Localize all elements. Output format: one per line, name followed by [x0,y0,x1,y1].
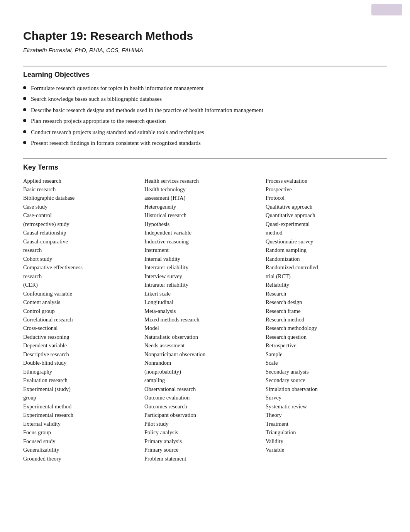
bullet-icon [23,108,26,111]
term-item: Causal relationship [23,228,138,237]
term-item: Cross-sectional [23,324,138,332]
term-item: Historical research [144,211,259,219]
term-item: Ethnography [23,367,138,376]
objective-text: Present research findings in formats con… [31,139,201,148]
term-item: Quasi-experimental [266,220,381,228]
term-item: Comparative effectiveness [23,263,138,272]
term-item: Basic research [23,185,138,194]
objective-item: Describe basic research designs and meth… [23,106,387,115]
term-item: Sample [266,350,381,359]
term-item: Causal-comparative [23,237,138,246]
term-item: Generalizability [23,445,138,454]
term-item: Nonparticipant observation [144,350,259,359]
term-item: Outcomes research [144,402,259,411]
author-line: Elizabeth Forrestal, PhD, RHIA, CCS, FAH… [23,46,387,55]
chapter-title: Chapter 19: Research Methods [23,27,387,44]
term-item: research [23,272,138,280]
term-item: Scale [266,359,381,367]
key-terms-divider [23,158,387,159]
objective-text: Search knowledge bases such as bibliogra… [31,95,162,104]
term-item: Naturalistic observation [144,333,259,341]
term-item: Problem statement [144,454,259,463]
term-item: Qualitative approach [266,202,381,211]
term-item: Evaluation research [23,376,138,384]
term-item: trial (RCT) [266,272,381,280]
term-item: Process evaluation [266,177,381,185]
term-item: Retrospective [266,341,381,350]
term-item: group [23,393,138,402]
bullet-icon [23,97,26,100]
objective-item: Search knowledge bases such as bibliogra… [23,95,387,104]
objective-text: Formulate research questions for topics … [31,84,203,93]
term-item: Experimental method [23,402,138,411]
term-item: Pilot study [144,420,259,428]
term-item: Case study [23,202,138,211]
key-terms-section: Key Terms Applied researchBasic research… [23,158,387,463]
term-item: method [266,228,381,237]
term-item: Deductive reasoning [23,333,138,341]
term-item: Validity [266,437,381,445]
term-item: Random sampling [266,246,381,254]
term-item: Grounded theory [23,454,138,463]
term-item: Policy analysis [144,428,259,437]
bullet-icon [23,130,26,133]
term-item: assessment (HTA) [144,194,259,202]
term-item: sampling [144,376,259,384]
term-item: Correlational research [23,315,138,324]
term-item: Confounding variable [23,289,138,298]
term-item: External validity [23,420,138,428]
term-item: Observational research [144,385,259,393]
term-item: Survey [266,393,381,402]
term-item: Focused study [23,437,138,445]
term-item: Descriptive research [23,350,138,359]
term-item: Secondary source [266,376,381,384]
key-terms-grid: Applied researchBasic researchBibliograp… [23,177,387,463]
term-item: Prospective [266,185,381,194]
term-item: Protocol [266,194,381,202]
term-item: Inductive reasoning [144,237,259,246]
objective-text: Conduct research projects using standard… [31,128,204,137]
term-item: Primary source [144,445,259,454]
term-item: Variable [266,445,381,454]
term-item: Primary analysis [144,437,259,445]
term-item: Simulation observation [266,385,381,393]
term-item: Hypothesis [144,220,259,228]
term-item: Heterogeneity [144,202,259,211]
term-item: Research question [266,333,381,341]
key-terms-title: Key Terms [23,162,387,173]
term-item: Content analysis [23,298,138,306]
objectives-list: Formulate research questions for topics … [23,84,387,148]
term-item: Needs assessment [144,341,259,350]
term-item: (nonprobability) [144,367,259,376]
page-container: Chapter 19: Research Methods Elizabeth F… [0,0,410,532]
term-item: Research frame [266,307,381,315]
term-item: Research method [266,315,381,324]
term-item: Interview survey [144,272,259,280]
term-item: Double-blind study [23,359,138,367]
term-item: Randomized controlled [266,263,381,272]
term-item: Research design [266,298,381,306]
term-item: Treatment [266,420,381,428]
bullet-icon [23,86,26,89]
term-item: Interrater reliability [144,263,259,272]
term-item: Quantitative approach [266,211,381,219]
term-item: Dependent variable [23,341,138,350]
objective-item: Conduct research projects using standard… [23,128,387,137]
term-item: Research methodology [266,324,381,332]
term-item: Mixed methods research [144,315,259,324]
key-terms-col-1: Applied researchBasic researchBibliograp… [23,177,144,463]
term-item: Experimental research [23,411,138,419]
term-item: Participant observation [144,411,259,419]
term-item: Randomization [266,255,381,263]
term-item: Instrument [144,246,259,254]
term-item: Meta-analysis [144,307,259,315]
term-item: Applied research [23,177,138,185]
term-item: (CER) [23,280,138,289]
term-item: Research [266,289,381,298]
term-item: Systematic review [266,402,381,411]
term-item: Focus group [23,428,138,437]
term-item: Health technology [144,185,259,194]
term-item: Intrarater reliability [144,280,259,289]
bullet-icon [23,119,26,122]
learning-objectives-title: Learning Objectives [23,70,387,80]
